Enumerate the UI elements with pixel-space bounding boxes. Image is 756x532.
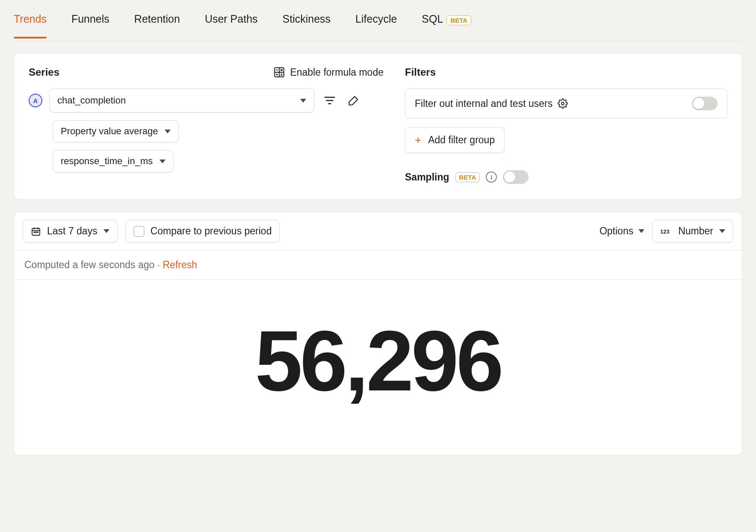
tab-sql[interactable]: SQL BETA (422, 13, 471, 38)
chevron-down-icon (638, 229, 644, 233)
refresh-link[interactable]: Refresh (162, 259, 197, 270)
sampling-row: Sampling BETA i (405, 170, 727, 184)
filter-internal-users-label: Filter out internal and test users (415, 98, 552, 109)
chart-type-select[interactable]: 123 Number (652, 220, 733, 242)
add-filter-group-label: Add filter group (428, 134, 495, 146)
series-column: Series Enable f (29, 66, 384, 184)
chevron-down-icon (159, 160, 165, 163)
tab-lifecycle[interactable]: Lifecycle (355, 13, 397, 38)
aggregation-value: Property value average (61, 126, 158, 137)
options-button[interactable]: Options (599, 225, 644, 237)
date-range-select[interactable]: Last 7 days (23, 220, 118, 242)
results-toolbar: Last 7 days Compare to previous period O… (14, 212, 742, 251)
chart-type-value: Number (678, 225, 713, 237)
chevron-down-icon (165, 130, 171, 133)
compare-checkbox (133, 226, 145, 237)
result-number: 56,296 (14, 280, 742, 455)
compare-label: Compare to previous period (151, 225, 272, 237)
formula-icon (274, 67, 285, 78)
filter-internal-users-toggle[interactable] (692, 97, 718, 110)
status-bar: Computed a few seconds ago · Refresh (14, 251, 742, 280)
tab-funnels[interactable]: Funnels (71, 13, 109, 38)
svg-point-18 (34, 232, 35, 233)
series-a-badge: A (29, 94, 42, 107)
query-panel: Series Enable f (14, 53, 742, 200)
chevron-down-icon (719, 229, 725, 233)
tab-stickiness[interactable]: Stickiness (283, 13, 331, 38)
svg-point-13 (561, 102, 564, 105)
tab-sql-label: SQL (422, 13, 443, 25)
insight-tabs: Trends Funnels Retention User Paths Stic… (14, 0, 742, 41)
sampling-beta-badge: BETA (455, 172, 480, 182)
rename-series-button[interactable] (345, 92, 362, 109)
results-panel: Last 7 days Compare to previous period O… (14, 212, 742, 455)
formula-label: Enable formula mode (290, 67, 384, 78)
date-range-value: Last 7 days (47, 225, 97, 237)
chevron-down-icon (300, 99, 306, 103)
filters-title: Filters (405, 66, 436, 78)
tab-trends[interactable]: Trends (14, 13, 47, 38)
sampling-label: Sampling (405, 171, 449, 183)
series-a-row: A chat_completion (29, 89, 384, 112)
compare-toggle[interactable]: Compare to previous period (125, 220, 280, 242)
plus-icon: + (415, 133, 421, 147)
svg-text:123: 123 (660, 228, 670, 235)
tab-user-paths[interactable]: User Paths (205, 13, 258, 38)
svg-point-20 (37, 232, 38, 233)
event-select-value: chat_completion (57, 95, 126, 106)
calendar-icon (31, 226, 41, 236)
options-label: Options (599, 225, 633, 237)
add-filter-group-button[interactable]: + Add filter group (405, 127, 505, 153)
filter-series-button[interactable] (321, 92, 338, 109)
gear-icon[interactable] (558, 98, 568, 109)
filters-column: Filters Filter out internal and test use… (405, 66, 727, 184)
computed-text: Computed a few seconds ago (24, 259, 154, 270)
series-title: Series (29, 66, 59, 78)
status-separator: · (154, 259, 162, 270)
filter-internal-users-row: Filter out internal and test users (405, 89, 727, 118)
svg-point-19 (35, 232, 36, 233)
tab-retention[interactable]: Retention (134, 13, 180, 38)
aggregation-select[interactable]: Property value average (53, 120, 179, 142)
chevron-down-icon (103, 229, 109, 233)
number-icon: 123 (660, 227, 672, 236)
sql-beta-badge: BETA (446, 15, 471, 25)
property-value: response_time_in_ms (61, 156, 153, 167)
enable-formula-button[interactable]: Enable formula mode (274, 67, 384, 78)
info-icon[interactable]: i (486, 171, 497, 183)
property-select[interactable]: response_time_in_ms (53, 150, 174, 172)
event-select[interactable]: chat_completion (49, 89, 314, 112)
sampling-toggle[interactable] (503, 170, 529, 184)
